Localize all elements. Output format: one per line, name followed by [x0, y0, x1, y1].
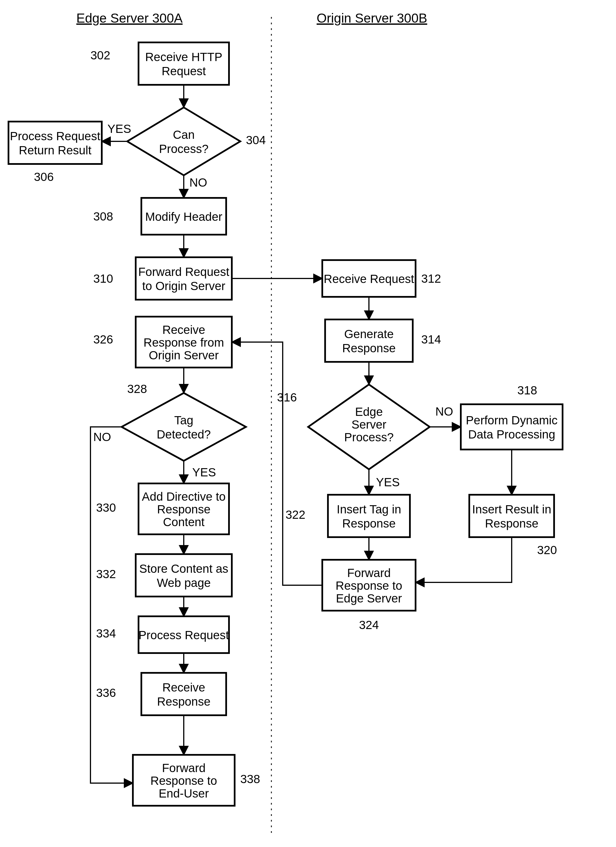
svg-text:Tag: Tag	[174, 414, 193, 427]
svg-text:Perform Dynamic: Perform Dynamic	[466, 414, 557, 427]
svg-text:Insert Result in: Insert Result in	[472, 503, 551, 516]
svg-text:Receive: Receive	[162, 323, 205, 336]
ref-336: 336	[96, 686, 116, 699]
svg-text:Response: Response	[157, 695, 210, 708]
label-yes-316: YES	[376, 475, 400, 489]
svg-text:Response to: Response to	[336, 579, 402, 592]
ref-330: 330	[96, 501, 116, 514]
svg-text:Receive: Receive	[162, 681, 205, 694]
svg-text:Process Request: Process Request	[10, 130, 100, 143]
label-no-316: NO	[435, 405, 453, 418]
svg-text:Receive HTTP: Receive HTTP	[145, 50, 222, 63]
edge-324-326	[232, 342, 322, 585]
svg-text:Data Processing: Data Processing	[468, 428, 555, 441]
title-origin-server: Origin Server 300B	[317, 11, 427, 25]
svg-text:Process?: Process?	[159, 142, 208, 155]
label-yes-328: YES	[192, 466, 216, 479]
svg-text:Request: Request	[162, 65, 206, 78]
svg-text:Response: Response	[342, 341, 395, 355]
ref-312: 312	[421, 272, 441, 285]
svg-text:Web page: Web page	[157, 576, 211, 589]
svg-text:Edge Server: Edge Server	[336, 592, 402, 605]
flowchart-diagram: Edge Server 300A Origin Server 300B Rece…	[0, 0, 616, 847]
ref-308: 308	[93, 210, 113, 223]
svg-text:to Origin Server: to Origin Server	[142, 279, 225, 293]
svg-text:Response from: Response from	[144, 336, 224, 349]
svg-text:Process?: Process?	[344, 431, 393, 444]
svg-text:Origin Server: Origin Server	[149, 348, 218, 362]
edge-328-338	[90, 427, 133, 783]
edge-320-324	[416, 537, 512, 582]
svg-text:Response: Response	[157, 503, 210, 516]
ref-318: 318	[517, 384, 537, 397]
svg-text:Server: Server	[351, 418, 386, 431]
ref-304: 304	[246, 133, 266, 147]
ref-316: 316	[277, 391, 297, 404]
svg-text:Response: Response	[342, 517, 395, 530]
svg-text:Process Request: Process Request	[139, 629, 229, 642]
ref-324: 324	[359, 618, 379, 632]
svg-text:End-User: End-User	[159, 787, 209, 800]
svg-text:Insert Tag in: Insert Tag in	[337, 503, 401, 516]
label-no-304: NO	[189, 176, 207, 189]
svg-text:Forward: Forward	[162, 761, 206, 775]
svg-text:Return Result: Return Result	[19, 144, 91, 157]
svg-text:Forward Request: Forward Request	[138, 265, 229, 279]
svg-text:Content: Content	[163, 515, 204, 529]
ref-326: 326	[93, 333, 113, 346]
ref-332: 332	[96, 567, 116, 581]
ref-338: 338	[240, 772, 260, 786]
svg-text:Receive Request: Receive Request	[324, 272, 414, 286]
label-no-328: NO	[93, 430, 111, 444]
svg-text:Store Content as: Store Content as	[139, 562, 228, 575]
ref-320: 320	[537, 543, 557, 557]
svg-text:Response: Response	[485, 517, 538, 530]
ref-302: 302	[90, 49, 110, 62]
svg-text:Forward: Forward	[347, 566, 391, 580]
ref-314: 314	[421, 333, 441, 346]
ref-322: 322	[286, 508, 305, 521]
svg-text:Generate: Generate	[344, 328, 393, 341]
ref-310: 310	[93, 272, 113, 285]
svg-text:Response to: Response to	[150, 774, 217, 787]
ref-334: 334	[96, 627, 116, 640]
title-edge-server: Edge Server 300A	[76, 11, 183, 25]
svg-text:Edge: Edge	[355, 405, 383, 418]
svg-text:Can: Can	[173, 128, 195, 142]
ref-306: 306	[34, 170, 54, 183]
svg-text:Detected?: Detected?	[157, 428, 211, 441]
svg-text:Modify Header: Modify Header	[145, 210, 222, 223]
svg-text:Add Directive to: Add Directive to	[142, 490, 225, 503]
ref-328: 328	[127, 382, 147, 395]
label-yes-304: YES	[108, 122, 131, 136]
